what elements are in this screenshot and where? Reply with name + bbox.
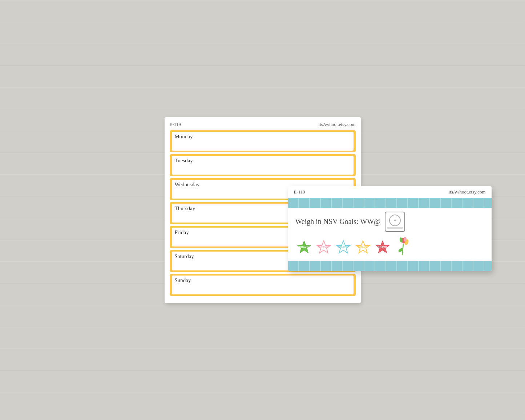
front-card-website: itsAwhoot.etsy.com bbox=[449, 189, 486, 195]
scale-icon bbox=[385, 212, 405, 232]
sunday-inner: Sunday bbox=[172, 276, 354, 294]
flower-icon bbox=[395, 237, 412, 257]
monday-inner: Monday bbox=[172, 132, 354, 151]
star-shape-4: BRAVO bbox=[355, 239, 371, 255]
thursday-label: Thursday bbox=[175, 205, 195, 211]
back-card-website: itsAwhoot.etsy.com bbox=[319, 122, 356, 127]
star-sticker-5: BRAVO bbox=[374, 238, 391, 256]
bravo-text-3: BRAVO bbox=[338, 246, 348, 248]
scale-base bbox=[387, 227, 403, 229]
star-shape-5: BRAVO bbox=[375, 239, 391, 255]
tuesday-inner: Tuesday bbox=[172, 156, 354, 175]
stickers-row: BRAVO BRAVO BRAVO bbox=[288, 236, 492, 261]
star-shape-3: BRAVO bbox=[335, 239, 351, 255]
front-card: E-119 itsAwhoot.etsy.com Weigh in NSV Go… bbox=[288, 186, 492, 271]
friday-label: Friday bbox=[175, 229, 189, 235]
bravo-text-2: BRAVO bbox=[319, 246, 328, 248]
bravo-text-1: BRAVO bbox=[299, 246, 308, 248]
bravo-text-4: BRAVO bbox=[358, 246, 367, 248]
wednesday-label: Wednesday bbox=[175, 182, 200, 187]
monday-label: Monday bbox=[175, 134, 193, 139]
saturday-label: Saturday bbox=[175, 253, 194, 259]
teal-band-top bbox=[288, 198, 492, 208]
front-card-code: E-119 bbox=[294, 189, 305, 195]
front-card-content: Weigh in NSV Goals: WW@ bbox=[288, 208, 492, 236]
scale-inner-ring bbox=[389, 215, 401, 226]
front-card-header: E-119 itsAwhoot.etsy.com bbox=[288, 186, 492, 198]
sunday-row: Sunday bbox=[170, 274, 356, 296]
tuesday-label: Tuesday bbox=[175, 158, 193, 163]
scene: E-119 itsAwhoot.etsy.com Monday Tuesday … bbox=[165, 117, 361, 303]
star-shape-1: BRAVO bbox=[296, 239, 312, 255]
scale-dot bbox=[394, 220, 396, 221]
star-sticker-2: BRAVO bbox=[315, 238, 332, 256]
bravo-text-5: BRAVO bbox=[377, 246, 387, 248]
back-card-header: E-119 itsAwhoot.etsy.com bbox=[170, 122, 356, 127]
teal-band-bottom bbox=[288, 261, 492, 271]
monday-row: Monday bbox=[170, 130, 356, 152]
sunday-label: Sunday bbox=[175, 277, 191, 283]
star-sticker-4: BRAVO bbox=[354, 238, 372, 256]
star-sticker-3: BRAVO bbox=[335, 238, 352, 256]
back-card-code: E-119 bbox=[170, 122, 181, 127]
tuesday-row: Tuesday bbox=[170, 154, 356, 176]
star-sticker-1: BRAVO bbox=[295, 238, 313, 256]
star-shape-2: BRAVO bbox=[316, 239, 332, 255]
weigh-in-heading: Weigh in NSV Goals: WW@ bbox=[295, 217, 381, 226]
